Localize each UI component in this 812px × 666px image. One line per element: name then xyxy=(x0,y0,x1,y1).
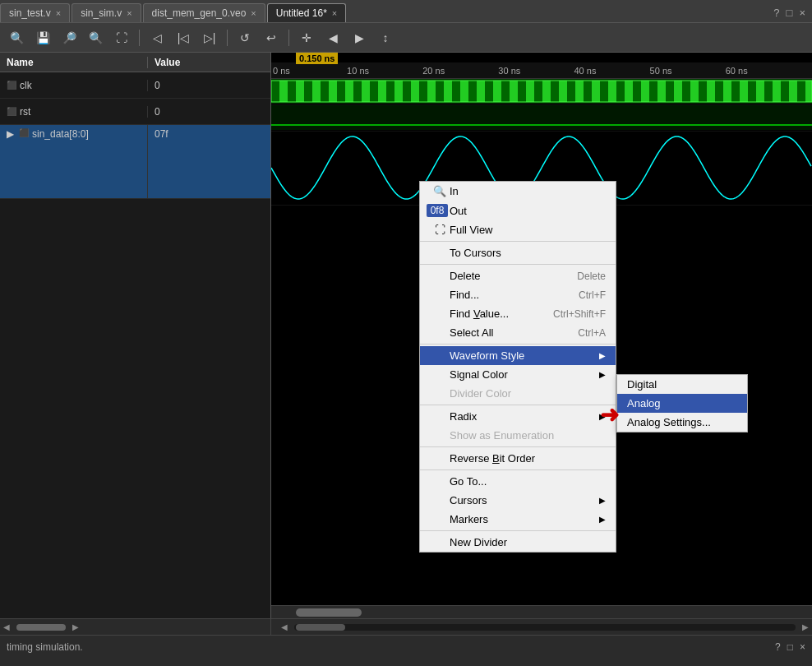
status-right: ? □ × xyxy=(775,641,805,653)
tab-sin-test[interactable]: sin_test.v × xyxy=(0,3,70,22)
ctx-sub-analog-settings[interactable]: Analog Settings... xyxy=(617,413,747,432)
toolbar-last[interactable]: ▷| xyxy=(198,27,221,49)
time-ruler: 0 ns 10 ns 20 ns 30 ns 40 ns 50 ns 60 ns xyxy=(271,62,812,79)
ctx-find-value-label: Find Value... xyxy=(450,308,509,320)
toolbar-undo[interactable]: ↩ xyxy=(260,27,283,49)
toolbar-right[interactable]: ▶ xyxy=(348,27,371,49)
ctx-markers-label: Markers xyxy=(450,513,488,525)
ctx-full-view[interactable]: ⛶ Full View xyxy=(420,220,616,239)
rst-value: 0 xyxy=(148,106,167,118)
ctx-select-all-label: Select All xyxy=(450,326,493,339)
ctx-cursors[interactable]: Cursors ▶ xyxy=(420,491,616,510)
ctx-delete-label: Delete xyxy=(450,270,481,282)
time-label-30: 30 ns xyxy=(498,66,520,76)
help-icon[interactable]: ? xyxy=(773,7,779,19)
ctx-find-label: Find... xyxy=(450,289,479,301)
status-help-icon[interactable]: ? xyxy=(775,641,781,653)
scrollbar-thumb[interactable] xyxy=(296,608,362,617)
ctx-radix-label: Radix xyxy=(450,410,477,423)
tab-dist-mem-label: dist_mem_gen_0.veo xyxy=(152,7,247,19)
ctx-find-shortcut: Ctrl+F xyxy=(579,289,606,301)
tab-sin-sim-close[interactable]: × xyxy=(127,8,131,18)
toolbar-add[interactable]: ✛ xyxy=(295,27,318,49)
bottom-scroll-left: ◀ ▶ xyxy=(0,619,271,635)
toolbar-fullscreen[interactable]: ⛶ xyxy=(110,27,133,49)
close-window-icon[interactable]: × xyxy=(799,7,805,19)
time-label-50: 50 ns xyxy=(650,66,672,76)
sin-data-label: sin_data[8:0] xyxy=(32,128,89,140)
ctx-find[interactable]: Find... Ctrl+F xyxy=(420,285,616,304)
ctx-zoom-out[interactable]: 0f8 Out xyxy=(420,201,616,220)
time-cursor: 0.150 ns xyxy=(296,53,338,64)
status-close-icon[interactable]: × xyxy=(800,641,805,653)
tab-dist-mem-close[interactable]: × xyxy=(251,8,256,18)
full-view-icon: ⛶ xyxy=(430,224,450,236)
ctx-to-cursors[interactable]: To Cursors xyxy=(420,243,616,262)
status-restore-icon[interactable]: □ xyxy=(787,641,793,653)
ctx-delete[interactable]: Delete Delete xyxy=(420,266,616,285)
maximize-icon[interactable]: □ xyxy=(787,7,793,19)
wave-scroll-left-arrow[interactable]: ◀ xyxy=(278,621,291,634)
ctx-show-enum-label: Show as Enumeration xyxy=(450,429,554,442)
scroll-right-arrow[interactable]: ▶ xyxy=(69,621,82,634)
toolbar-prev-edge[interactable]: ◁ xyxy=(145,27,168,49)
ctx-sub-analog-settings-label: Analog Settings... xyxy=(627,416,711,428)
ctx-zoom-in[interactable]: 🔍 In xyxy=(420,182,616,201)
context-menu: 🔍 In 0f8 Out ⛶ Full View To Cursors Dele… xyxy=(419,181,616,553)
ctx-out-label: Out xyxy=(450,205,467,217)
signal-list: ⬛ clk 0 ⬛ rst 0 ▶ ⬛ sin_data[8:0] xyxy=(0,72,270,618)
time-label-20: 20 ns xyxy=(422,66,445,76)
waveform-scrollbar[interactable] xyxy=(271,605,812,618)
tab-untitled-close[interactable]: × xyxy=(332,8,337,18)
toolbar-first[interactable]: |◁ xyxy=(172,27,195,49)
ctx-signal-color[interactable]: Signal Color ▶ xyxy=(420,365,616,384)
ctx-go-to[interactable]: Go To... xyxy=(420,472,616,491)
ctx-select-all[interactable]: Select All Ctrl+A xyxy=(420,323,616,342)
ctx-reverse-bit[interactable]: Reverse Bit Order xyxy=(420,449,616,468)
toolbar-zoom-fit[interactable]: 🔍 xyxy=(84,27,107,49)
ctx-markers-arrow: ▶ xyxy=(599,515,606,524)
toolbar-redo[interactable]: ↺ xyxy=(233,27,256,49)
ctx-markers[interactable]: Markers ▶ xyxy=(420,510,616,529)
clk-label: clk xyxy=(20,80,32,91)
time-label-40: 40 ns xyxy=(574,66,596,76)
tab-sin-test-close[interactable]: × xyxy=(56,8,61,18)
tab-dist-mem[interactable]: dist_mem_gen_0.veo × xyxy=(143,3,265,22)
signal-row-clk[interactable]: ⬛ clk 0 xyxy=(0,72,270,99)
tab-bar: sin_test.v × sin_sim.v × dist_mem_gen_0.… xyxy=(0,0,812,23)
ctx-find-value-shortcut: Ctrl+Shift+F xyxy=(553,308,606,320)
toolbar-zoom-out[interactable]: 🔎 xyxy=(58,27,81,49)
sin-data-value: 07f xyxy=(148,125,270,198)
wave-scroll-thumb[interactable] xyxy=(296,624,345,631)
sin-data-expand-icon[interactable]: ▶ xyxy=(7,128,14,140)
toolbar-left[interactable]: ◀ xyxy=(321,27,344,49)
signal-panel: Name Value ⬛ clk 0 ⬛ rst 0 xyxy=(0,53,271,618)
toolbar-expand[interactable]: ↕ xyxy=(374,27,397,49)
ctx-sep-3 xyxy=(420,344,616,345)
tab-untitled[interactable]: Untitled 16* × xyxy=(267,3,346,22)
ctx-radix[interactable]: Radix ▶ xyxy=(420,407,616,426)
ctx-sep-4 xyxy=(420,405,616,405)
toolbar-sep-3 xyxy=(288,30,289,46)
toolbar-sep-2 xyxy=(227,30,228,46)
ctx-waveform-style[interactable]: Waveform Style ▶ xyxy=(420,346,616,365)
ctx-sub-digital[interactable]: Digital xyxy=(617,375,747,394)
ctx-find-value[interactable]: Find Value... Ctrl+Shift+F xyxy=(420,304,616,323)
tab-sin-sim[interactable]: sin_sim.v × xyxy=(72,3,141,22)
signal-scroll-thumb[interactable] xyxy=(16,624,66,631)
toolbar-save[interactable]: 💾 xyxy=(31,27,54,49)
ctx-waveform-style-arrow: ▶ xyxy=(599,351,606,360)
status-bar: timing simulation. ? □ × xyxy=(0,635,812,658)
signal-row-sin-data[interactable]: ▶ ⬛ sin_data[8:0] 07f xyxy=(0,125,270,199)
ctx-divider-color-label: Divider Color xyxy=(450,387,511,400)
signal-row-rst[interactable]: ⬛ rst 0 xyxy=(0,99,270,125)
context-submenu: Digital Analog Analog Settings... xyxy=(616,374,748,432)
ctx-new-divider[interactable]: New Divider xyxy=(420,533,616,552)
main-area: Name Value ⬛ clk 0 ⬛ rst 0 xyxy=(0,53,812,618)
wave-scroll-right-arrow[interactable]: ▶ xyxy=(799,621,812,634)
scroll-left-arrow[interactable]: ◀ xyxy=(0,621,13,634)
ctx-cursors-label: Cursors xyxy=(450,494,487,506)
toolbar-zoom-in[interactable]: 🔍 xyxy=(5,27,28,49)
ctx-sub-analog[interactable]: Analog xyxy=(617,394,747,413)
ctx-delete-shortcut: Delete xyxy=(577,271,606,282)
